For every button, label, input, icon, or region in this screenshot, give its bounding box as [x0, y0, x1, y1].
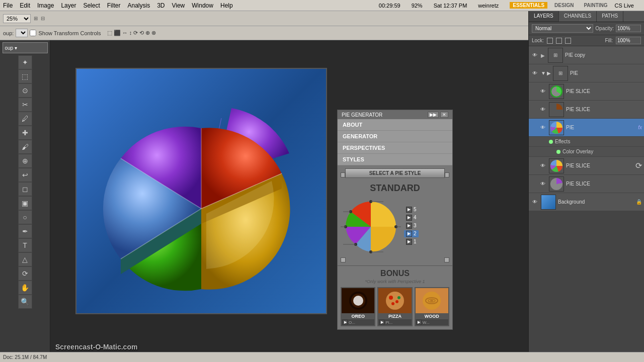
layer-eye-pie-group[interactable]: 👁 — [531, 69, 539, 77]
brush-tool[interactable]: 🖌 — [18, 140, 32, 154]
bonus-pizza[interactable]: PIZZA ▶ Pl... — [377, 287, 412, 326]
fill-input[interactable] — [616, 37, 641, 44]
lock-position-icon[interactable] — [556, 38, 562, 44]
pie-dialog-expand[interactable]: ▶▶ — [428, 112, 439, 118]
bonus-wood[interactable]: WOOD ▶ W... — [415, 287, 449, 326]
zoom-tool[interactable]: 🔍 — [18, 295, 32, 309]
slice-2-play-icon[interactable]: ▶ — [406, 231, 412, 237]
hand-tool[interactable]: ✋ — [18, 281, 32, 295]
layer-pie-slice-1[interactable]: 👁 PIE SLICE — [529, 82, 644, 101]
essentials-button[interactable]: ESSENTIALS — [510, 2, 547, 9]
svg-point-23 — [391, 302, 394, 305]
layer-name-slice-2: PIE SLICE — [566, 107, 642, 112]
slice-btn-4[interactable]: ▶ 4 — [404, 214, 419, 221]
slice-btn-1[interactable]: ▶ 1 — [404, 238, 419, 245]
layer-expand-pie-copy[interactable]: ▶ — [541, 53, 546, 58]
layer-pie-slice-4[interactable]: 👁 PIE SLICE — [529, 175, 644, 193]
3d-rotate-tool[interactable]: ⟳ — [18, 266, 32, 281]
pie-nav-generator[interactable]: GENERATOR — [338, 131, 452, 142]
layer-expand-arrow[interactable]: ▶ — [547, 70, 551, 76]
layer-eye-pie-copy[interactable]: 👁 — [531, 51, 539, 59]
menu-item-view[interactable]: View — [172, 2, 185, 9]
layer-background[interactable]: 👁 Background 🔒 — [529, 193, 644, 211]
slice-1-play-icon[interactable]: ▶ — [406, 239, 412, 245]
menu-item-help[interactable]: Help — [220, 2, 233, 9]
clone-tool[interactable]: ⊕ — [18, 154, 32, 168]
layer-eye-slice-1[interactable]: 👁 — [539, 87, 547, 96]
menu-item-image[interactable]: Image — [37, 2, 54, 9]
tab-paths[interactable]: PATHS — [597, 11, 623, 22]
bonus-oreo[interactable]: OREO ▶ O... — [341, 287, 375, 326]
slice-btn-3[interactable]: ▶ 3 — [404, 222, 419, 229]
layer-eye-slice-3[interactable]: 👁 — [539, 162, 547, 170]
resize-handle-bl[interactable] — [341, 257, 346, 262]
group-selector[interactable]: oup ▾ — [3, 42, 48, 53]
cs-live-button[interactable]: CS Live — [614, 3, 634, 9]
pie-dialog-close[interactable]: ✕ — [440, 112, 448, 118]
pie-nav-styles[interactable]: STYLES — [338, 154, 452, 165]
layer-pie-copy[interactable]: 👁 ▶ ⊞ PIE copy — [529, 46, 644, 64]
resize-handle-br[interactable] — [444, 257, 449, 262]
layer-pie-group[interactable]: 👁 ▼ ▶ ⊞ PIE — [529, 64, 644, 82]
blend-mode-select[interactable]: Normal Multiply Screen — [532, 24, 593, 33]
pie-nav-perspectives[interactable]: PERSPECTIVES — [338, 142, 452, 154]
crop-tool[interactable]: ✂ — [18, 98, 32, 112]
pie-dialog-titlebar[interactable]: PIE GENERATOR ▶▶ ✕ — [338, 110, 452, 119]
gradient-tool[interactable]: ▣ — [18, 196, 32, 210]
layer-pie-slice-3[interactable]: 👁 PIE SLICE ⟳ — [529, 157, 644, 175]
healing-tool[interactable]: ✚ — [18, 126, 32, 140]
layer-eye-background[interactable]: 👁 — [531, 198, 539, 206]
slice-btn-5[interactable]: ▶ 5 — [404, 206, 419, 213]
oreo-play-icon[interactable]: ▶ — [343, 320, 348, 325]
text-tool[interactable]: T — [18, 238, 32, 252]
move-tool[interactable]: ✦ — [18, 55, 32, 69]
layer-eye-slice-4[interactable]: 👁 — [539, 180, 547, 188]
slice-btn-2[interactable]: ▶ 2 — [404, 230, 419, 237]
menu-item-window[interactable]: Window — [192, 2, 213, 9]
lock-pixels-icon[interactable] — [547, 38, 553, 44]
menu-item-file[interactable]: File — [3, 2, 13, 9]
menu-item-3d[interactable]: 3D — [157, 2, 165, 9]
pizza-sub[interactable]: ▶ Pl... — [378, 319, 411, 325]
opacity-input[interactable] — [616, 25, 641, 32]
layer-eye-pie-active[interactable]: 👁 — [539, 124, 547, 132]
wood-play-icon[interactable]: ▶ — [417, 320, 422, 325]
dodge-tool[interactable]: ○ — [18, 210, 32, 224]
oreo-sub[interactable]: ▶ O... — [342, 319, 374, 325]
menu-item-select[interactable]: Select — [83, 2, 100, 9]
slice-4-play-icon[interactable]: ▶ — [406, 215, 412, 221]
path-tool[interactable]: △ — [18, 252, 32, 266]
resize-handle-tr[interactable] — [445, 172, 449, 177]
history-tool[interactable]: ↩ — [18, 168, 32, 182]
pizza-play-icon[interactable]: ▶ — [379, 320, 384, 325]
eyedropper-tool[interactable]: 🖊 — [18, 112, 32, 126]
design-button[interactable]: DESIGN — [551, 2, 577, 9]
lock-all-icon[interactable] — [565, 38, 571, 44]
menu-item-analysis[interactable]: Analysis — [127, 2, 150, 9]
eraser-tool[interactable]: ◻ — [18, 182, 32, 196]
slice-3-play-icon[interactable]: ▶ — [406, 223, 412, 229]
layer-pie-active[interactable]: 👁 PIE fx — [529, 119, 644, 137]
select-style-button[interactable]: SELECT A PIE STYLE — [345, 168, 444, 178]
select-tool[interactable]: ⬚ — [18, 69, 32, 83]
menu-item-layer[interactable]: Layer — [61, 2, 76, 9]
zoom-select[interactable]: 25% 50% 100% — [3, 14, 31, 23]
tab-channels[interactable]: CHANNELS — [559, 11, 597, 22]
wood-sub[interactable]: ▶ W... — [416, 319, 448, 325]
slice-5-play-icon[interactable]: ▶ — [406, 207, 412, 213]
layer-thumb-pie-group: ⊞ — [553, 66, 568, 81]
painting-button[interactable]: PAINTING — [581, 2, 610, 9]
tab-layers[interactable]: LAYERS — [529, 11, 559, 22]
layer-eye-slice-2[interactable]: 👁 — [539, 106, 547, 114]
layer-collapse-pie[interactable]: ▼ — [541, 70, 546, 76]
layer-pie-slice-2[interactable]: 👁 PIE SLICE — [529, 101, 644, 119]
pie-dialog-nav: ABOUT GENERATOR PERSPECTIVES STYLES — [338, 119, 452, 165]
resize-handle-tl[interactable] — [341, 172, 345, 177]
menu-item-filter[interactable]: Filter — [107, 2, 121, 9]
pen-tool[interactable]: ✒ — [18, 224, 32, 238]
menu-item-edit[interactable]: Edit — [20, 2, 30, 9]
show-transform-checkbox[interactable] — [30, 30, 36, 36]
pie-nav-about[interactable]: ABOUT — [338, 119, 452, 131]
lasso-tool[interactable]: ⊙ — [18, 83, 32, 98]
group-select[interactable] — [16, 29, 28, 37]
